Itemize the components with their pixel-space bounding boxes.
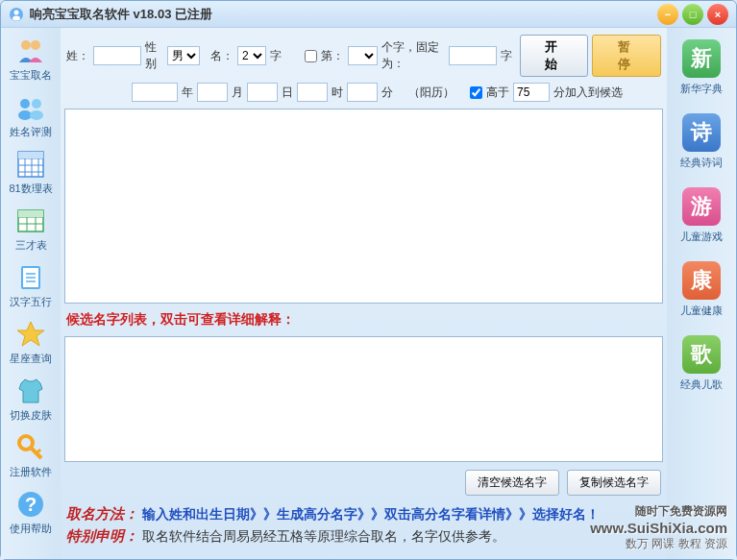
name-chars-suffix: 字 [270, 48, 282, 64]
score-label: 高于 [486, 85, 509, 101]
table-icon [15, 206, 46, 236]
svg-rect-16 [18, 152, 43, 158]
close-button[interactable]: × [707, 4, 728, 25]
shi-icon: 诗 [682, 113, 721, 152]
svg-point-7 [18, 110, 32, 120]
sidebar-item-pifu[interactable]: 切换皮肤 [3, 372, 59, 426]
surname-input[interactable] [93, 46, 141, 65]
shirt-icon [15, 376, 46, 406]
right-item-jiankang[interactable]: 康 儿童健康 [680, 261, 723, 318]
svg-point-5 [20, 99, 30, 109]
sidebar-item-bangzhu[interactable]: ? 使用帮助 [3, 485, 59, 540]
sidebar-item-xingzuo[interactable]: 星座查询 [3, 315, 59, 370]
minute-input[interactable] [347, 83, 378, 102]
people-icon [15, 36, 46, 66]
sidebar-item-zhuce[interactable]: 注册软件 [3, 428, 59, 483]
titlebar: 响亮宝宝取名软件 v18.03 已注册 − □ × [1, 1, 736, 28]
fixed-position-select[interactable] [348, 46, 377, 65]
candidate-list[interactable] [64, 336, 663, 462]
fixed-label: 第： [321, 48, 344, 64]
surname-label: 姓： [66, 48, 89, 64]
clear-button[interactable]: 清空候选名字 [465, 470, 559, 496]
calendar-label: （阳历） [408, 85, 454, 101]
svg-marker-28 [17, 322, 44, 346]
right-item-youxi[interactable]: 游 儿童游戏 [680, 187, 723, 244]
name-label: 名： [210, 48, 233, 64]
start-button[interactable]: 开 始 [520, 35, 589, 77]
month-label: 月 [232, 85, 243, 101]
key-icon [15, 432, 46, 463]
year-input[interactable] [132, 83, 178, 102]
year-label: 年 [182, 85, 193, 101]
svg-point-29 [19, 436, 33, 450]
svg-point-4 [31, 40, 40, 50]
svg-text:?: ? [25, 494, 37, 515]
method-text: 输入姓和出生日期》》生成高分名字》》双击高分名字看详情》》选择好名！ [142, 506, 600, 523]
svg-point-6 [32, 99, 41, 109]
notice-label: 特别申明： [66, 527, 138, 546]
you-icon: 游 [682, 187, 721, 226]
maximize-button[interactable]: □ [682, 4, 703, 25]
window-title: 响亮宝宝取名软件 v18.03 已注册 [30, 6, 657, 23]
help-icon: ? [15, 489, 46, 520]
sidebar-right: 新 新华字典 诗 经典诗词 游 儿童游戏 康 儿童健康 歌 经典儿歌 [667, 28, 736, 559]
ge-icon: 歌 [682, 335, 721, 374]
method-label: 取名方法： [66, 505, 138, 523]
main-area: 姓： 性别 男 名： 2 字 第： 个字，固定为： 字 开 始 暂 停 [61, 28, 667, 559]
xin-icon: 新 [682, 39, 721, 78]
right-item-erge[interactable]: 歌 经典儿歌 [680, 335, 723, 392]
score-input[interactable] [513, 83, 550, 102]
fixed-suffix2: 字 [501, 48, 512, 64]
copy-button[interactable]: 复制候选名字 [567, 470, 661, 496]
day-label: 日 [282, 85, 293, 101]
fixed-suffix: 个字，固定为： [381, 39, 445, 72]
score-checkbox[interactable] [470, 86, 482, 99]
result-list[interactable] [64, 109, 663, 304]
sidebar-item-wuxing[interactable]: 汉字五行 [3, 258, 59, 313]
fixed-value-input[interactable] [449, 46, 497, 65]
sidebar-left: 宝宝取名 姓名评测 81数理表 三才表 汉字五行 星座查询 [1, 28, 61, 559]
notice-text: 取名软件结合周易易经五格等原理综合取名，名字仅供参考。 [142, 528, 505, 546]
right-item-shici[interactable]: 诗 经典诗词 [680, 113, 723, 170]
gender-select[interactable]: 男 [167, 46, 200, 65]
app-icon [9, 7, 24, 22]
sidebar-item-pingce[interactable]: 姓名评测 [3, 88, 59, 143]
month-input[interactable] [197, 83, 228, 102]
svg-point-2 [12, 15, 20, 20]
svg-point-3 [21, 40, 31, 50]
grid-icon [15, 149, 46, 180]
svg-point-8 [30, 110, 43, 120]
name-chars-select[interactable]: 2 [237, 46, 266, 65]
form-row-1: 姓： 性别 男 名： 2 字 第： 个字，固定为： 字 开 始 暂 停 [64, 32, 663, 80]
candidate-hint: 候选名字列表，双击可查看详细解释： [64, 307, 663, 332]
score-suffix: 分加入到候选 [553, 85, 623, 101]
svg-rect-22 [18, 210, 43, 217]
kang-icon: 康 [682, 261, 721, 300]
instructions: 取名方法： 输入姓和出生日期》》生成高分名字》》双击高分名字看详情》》选择好名！… [64, 499, 663, 555]
star-icon [15, 319, 46, 350]
minute-label: 分 [381, 85, 393, 101]
form-row-2: 年 月 日 时 分 （阳历） 高于 分加入到候选 [64, 80, 663, 105]
gender-label: 性别 [145, 39, 163, 72]
fixed-checkbox[interactable] [305, 50, 317, 62]
sidebar-item-baobao[interactable]: 宝宝取名 [3, 32, 59, 86]
bottom-buttons: 清空候选名字 复制候选名字 [64, 466, 663, 499]
minimize-button[interactable]: − [657, 4, 678, 25]
day-input[interactable] [247, 83, 278, 102]
book-icon [15, 262, 46, 293]
svg-line-31 [37, 450, 40, 453]
hour-label: 时 [332, 85, 343, 101]
sidebar-item-sancai[interactable]: 三才表 [3, 202, 59, 256]
sidebar-item-shuli[interactable]: 81数理表 [3, 145, 59, 200]
hour-input[interactable] [297, 83, 328, 102]
right-item-zidian[interactable]: 新 新华字典 [680, 39, 723, 96]
pause-button[interactable]: 暂 停 [592, 35, 661, 77]
users-icon [15, 92, 46, 123]
svg-point-1 [14, 10, 19, 14]
